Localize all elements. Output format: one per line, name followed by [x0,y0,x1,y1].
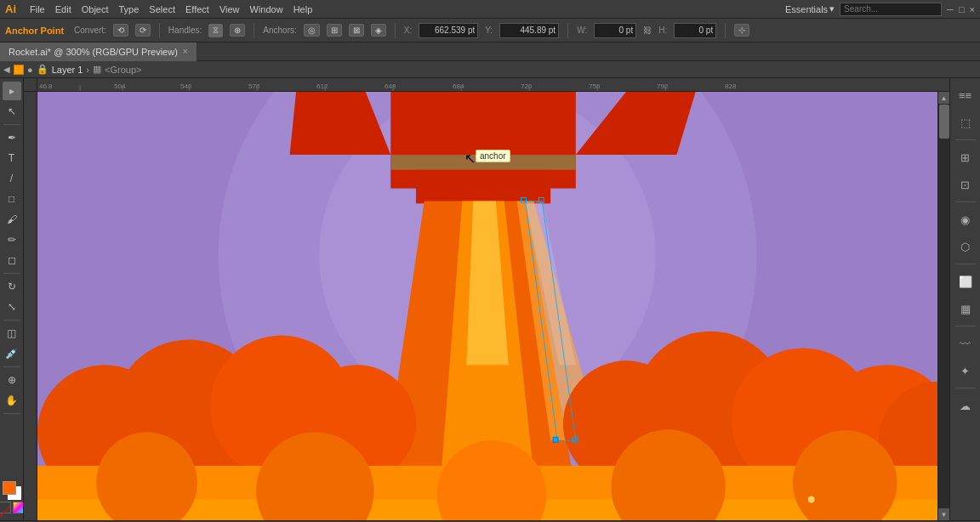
menu-type[interactable]: Type [119,4,140,14]
document-tab[interactable]: Rocket.ai* @ 300% (RGB/GPU Preview) × [0,43,197,61]
panel-color-icon[interactable]: ⬜ [954,270,977,293]
svg-text:792: 792 [657,82,669,90]
tab-close-btn[interactable]: × [183,47,188,56]
canvas-area[interactable]: anchor ↖ [37,92,937,520]
color-swatches-area [0,481,24,520]
rect-tool[interactable]: □ [3,190,21,208]
x-label: X: [404,26,412,35]
convert-label: Convert: [74,26,106,35]
foreground-color-swatch[interactable] [3,481,16,495]
handles-label: Handles: [168,26,202,35]
panel-graphic-styles-icon[interactable]: ⬡ [954,235,977,258]
rotate-tool[interactable]: ↻ [3,277,21,296]
handles-btn2[interactable]: ⊕ [230,24,245,37]
paintbrush-tool[interactable]: 🖌 [3,210,21,229]
foreground-background-swatches[interactable] [3,481,21,500]
svg-point-52 [808,496,815,502]
left-ruler-svg [24,92,37,520]
svg-rect-30 [416,170,550,204]
panel-properties-icon[interactable]: ⊞ [954,145,977,169]
menu-select[interactable]: Select [149,4,175,14]
anchors-btn1[interactable]: ◎ [304,24,320,37]
layer-lock-btn[interactable]: 🔒 [37,64,48,75]
search-input[interactable] [840,3,942,16]
panel-layers-icon[interactable]: ≡≡ [954,83,977,107]
top-ruler-svg: 46.8 504 540 576 612 648 684 720 [37,78,949,92]
left-ruler [24,92,37,520]
type-tool[interactable]: T [3,149,21,167]
gradient-swatch[interactable] [13,502,25,513]
select-tool[interactable]: ▸ [3,82,21,100]
svg-text:504: 504 [114,82,126,90]
menu-help[interactable]: Help [293,4,313,14]
hand-tool[interactable]: ✋ [3,391,21,410]
group-label: <Group> [105,65,141,75]
y-input[interactable] [499,23,559,38]
scroll-down-btn[interactable]: ▼ [938,508,950,520]
y-label: Y: [485,26,493,35]
pencil-tool[interactable]: ✏ [3,230,21,249]
svg-text:46.8: 46.8 [39,82,53,90]
gradient-tool[interactable]: ◫ [3,324,21,343]
menu-file[interactable]: File [30,4,45,14]
menu-object[interactable]: Object [82,4,109,14]
svg-rect-0 [37,78,949,92]
anchors-label: Anchors: [263,26,296,35]
panel-appearance-icon[interactable]: ◉ [954,207,977,231]
close-btn[interactable]: × [970,4,975,14]
panel-brushes-icon[interactable]: 〰 [954,332,977,355]
menu-window[interactable]: Window [250,4,283,14]
canvas-with-ruler: anchor ↖ ▲ ▼ [24,92,949,520]
menu-edit[interactable]: Edit [55,4,71,14]
scale-tool[interactable]: ⤡ [3,298,21,316]
panel-artboards-icon[interactable]: ⬚ [954,111,977,134]
pen-tool[interactable]: ✒ [3,128,21,147]
layer-color-swatch [14,65,24,75]
anchors-btn3[interactable]: ⊠ [349,24,364,37]
ruler-row: 46.8 504 540 576 612 648 684 720 [24,78,949,92]
panel-swatches-icon[interactable]: ▦ [954,297,977,321]
transform-btn[interactable]: ⊹ [734,24,749,37]
svg-text:720: 720 [521,82,533,90]
none-swatch[interactable] [0,502,11,513]
anchors-btn2[interactable]: ⊞ [327,24,342,37]
svg-rect-29 [390,155,576,170]
convert-btn1[interactable]: ⟲ [113,24,128,37]
essentials-dropdown[interactable]: Essentials ▾ [785,3,835,14]
panel-symbols-icon[interactable]: ✦ [954,359,977,383]
link-icon[interactable]: ⛓ [643,26,652,35]
eraser-tool[interactable]: ◻ [3,251,21,270]
convert-btn2[interactable]: ⟳ [135,24,151,37]
menu-effect[interactable]: Effect [185,4,209,14]
svg-text:648: 648 [385,82,396,90]
svg-text:828: 828 [725,82,737,90]
zoom-tool[interactable]: ⊕ [3,371,21,389]
layer-separator: › [86,65,89,75]
svg-text:540: 540 [180,82,192,90]
anchors-btn4[interactable]: ◈ [371,24,386,37]
scroll-up-btn[interactable]: ▲ [938,92,950,104]
layer-icon[interactable]: ▦ [93,64,101,75]
panel-transform-icon[interactable]: ⊡ [954,173,977,196]
handles-btn1[interactable]: ⧖ [208,24,223,37]
scroll-track[interactable] [938,104,950,508]
line-tool[interactable]: / [3,169,21,188]
scroll-thumb[interactable] [939,105,949,139]
h-input[interactable] [674,23,716,38]
maximize-btn[interactable]: □ [959,4,965,14]
minimize-btn[interactable]: ─ [947,4,954,14]
panel-libraries-icon[interactable]: ☁ [954,394,977,417]
svg-rect-56 [553,437,558,442]
artwork-svg [37,92,937,520]
w-input[interactable] [594,23,636,38]
x-input[interactable] [419,23,478,38]
menu-view[interactable]: View [219,4,240,14]
layers-back-btn[interactable]: ◀ [3,65,10,74]
main-layout: ▸ ↖ ✒ T / □ 🖌 ✏ ◻ ↻ ⤡ ◫ 💉 ⊕ ✋ [0,78,980,520]
layer-visibility-btn[interactable]: ● [27,65,33,75]
direct-select-tool[interactable]: ↖ [3,102,21,121]
eyedropper-tool[interactable]: 💉 [3,344,21,363]
left-toolbar: ▸ ↖ ✒ T / □ 🖌 ✏ ◻ ↻ ⤡ ◫ 💉 ⊕ ✋ [0,78,24,520]
tool-options-bar: Anchor Point Convert: ⟲ ⟳ Handles: ⧖ ⊕ A… [0,19,980,43]
right-scrollbar: ▲ ▼ [937,92,949,520]
